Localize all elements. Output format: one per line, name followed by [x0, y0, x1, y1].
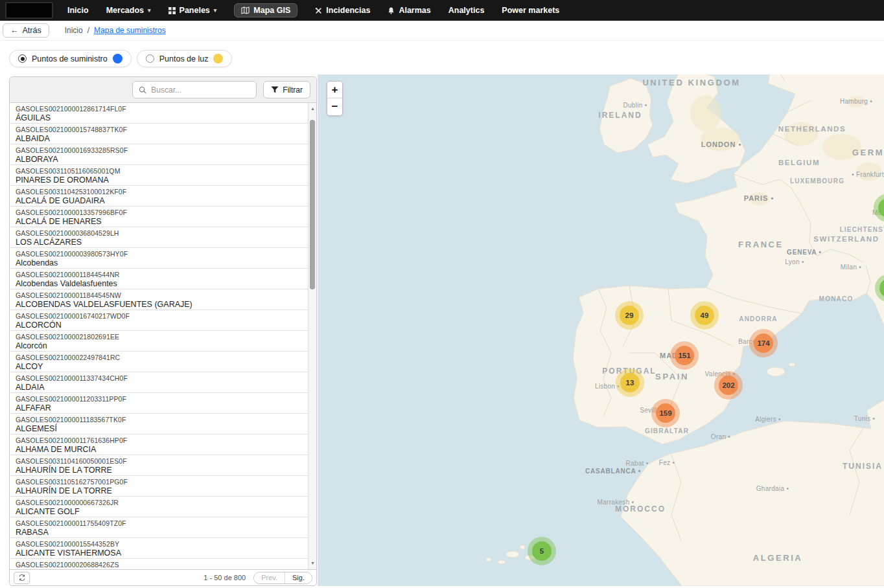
cluster-marker[interactable]: 5 [528, 537, 556, 565]
list-item[interactable]: GASOLES0021000011844544NRAlcobendas Vald… [10, 269, 308, 289]
zoom-out-button[interactable]: − [327, 98, 342, 115]
list-item-name: ALICANTE GOLF [16, 507, 302, 517]
cluster-marker[interactable]: 174 [749, 329, 778, 357]
list-item-name: ALHAMA DE MURCIA [16, 445, 302, 455]
layer-toggle-puntos-de-suministro[interactable]: Puntos de suministro [9, 50, 132, 67]
nav-item-mapa-gis[interactable]: Mapa GIS [234, 3, 297, 17]
list-item[interactable]: GASOLES0031105162757001PG0FALHAURÍN DE L… [10, 476, 308, 497]
filter-button[interactable]: Filtrar [263, 81, 310, 98]
nav-item-alarmas[interactable]: Alarmas [388, 6, 430, 15]
list-item-code: GASOLES0021000022497841RC [16, 353, 302, 362]
nav-item-analytics[interactable]: Analytics [448, 6, 485, 15]
tools-icon [315, 7, 322, 14]
list-item[interactable]: GASOLES0021000013357996BF0FALCALÁ DE HEN… [10, 207, 308, 227]
sync-icon [18, 574, 26, 581]
cluster-marker[interactable]: 49 [690, 301, 719, 330]
list-item-name: ALBORAYA [16, 155, 302, 164]
breadcrumb-row: ← Atrás Inicio / Mapa de suministros [0, 21, 884, 41]
list-item[interactable]: GASOLES0021000011755409TZ0FRABASA [10, 517, 308, 538]
layer-toggle-puntos-de-luz[interactable]: Puntos de luz [137, 50, 233, 67]
nav-item-label: Inicio [67, 6, 89, 15]
nav-item-mercados[interactable]: Mercados▾ [106, 6, 151, 15]
layer-toggle-label: Puntos de suministro [32, 54, 108, 63]
nav-item-incidencias[interactable]: Incidencias [315, 6, 370, 15]
cluster-marker[interactable] [874, 194, 884, 222]
list-item[interactable]: GASOLES0021000000667326JRALICANTE GOLF [10, 497, 308, 517]
back-arrow-icon: ← [10, 26, 19, 35]
list-item-name: ÁGUILAS [16, 113, 302, 123]
list-item-code: GASOLES0021000011844545NW [16, 291, 302, 300]
cluster-marker[interactable]: 151 [670, 341, 699, 370]
list-item[interactable]: GASOLES0021000011183567TK0FALGEMESÍ [10, 414, 308, 435]
pagination-range: 1 - 50 de 800 [204, 574, 246, 582]
list-item-code: GASOLES0021000011755409TZ0F [16, 519, 302, 528]
top-navbar: InicioMercados▾Paneles▾Mapa GISIncidenci… [0, 0, 884, 21]
chevron-down-icon: ▾ [214, 7, 217, 14]
cluster-count: 159 [656, 403, 675, 423]
layer-color-dot [113, 54, 122, 63]
list-item-code: GASOLES0021000013357996BF0F [16, 208, 302, 217]
list-item-name: ALGEMESÍ [16, 424, 302, 434]
breadcrumb-home[interactable]: Inicio [65, 26, 83, 35]
list-item-name: LOS ALCÁZARES [16, 238, 302, 247]
list-item[interactable]: GASOLES0021000011844545NWALCOBENDAS VALD… [10, 289, 308, 310]
sync-button[interactable] [14, 572, 30, 584]
list-item[interactable]: GASOLES0021000036804529LHLOS ALCÁZARES [10, 227, 308, 248]
list-item-name: ALCALÁ DE HENARES [16, 217, 302, 227]
nav-items: InicioMercados▾Paneles▾Mapa GISIncidenci… [67, 3, 559, 17]
nav-item-power-markets[interactable]: Power markets [502, 6, 559, 15]
filter-label: Filtrar [283, 85, 303, 95]
list-item-name: RABASA [16, 528, 302, 537]
list-item-name: ALBAIDA [16, 134, 302, 144]
cluster-marker[interactable]: 202 [714, 371, 743, 400]
next-page-button[interactable]: Sig. [285, 572, 312, 583]
list-item-code: GASOLES0021000011844544NR [16, 270, 302, 279]
list-item[interactable]: GASOLES0021000022497841RCALCOY [10, 352, 308, 372]
prev-page-button[interactable]: Prev. [254, 572, 285, 583]
list-item[interactable]: GASOLES0021000003980573HY0FAlcobendas [10, 248, 308, 269]
panel-footer: 1 - 50 de 800 Prev. Sig. [10, 569, 316, 585]
list-item[interactable]: GASOLES0031104160050001ES0FALHAURÍN DE L… [10, 455, 308, 476]
cluster-marker[interactable]: 13 [616, 368, 644, 397]
scrollbar-thumb[interactable] [310, 120, 315, 289]
list-item[interactable]: GASOLES0021000011203311PP0FALFAFAR [10, 393, 308, 414]
cluster-marker[interactable] [875, 274, 884, 302]
cluster-marker[interactable]: 159 [651, 399, 680, 427]
gis-map[interactable]: UNITED KINGDOMDublin •IRELANDHamburg •NE… [318, 74, 884, 586]
list-item[interactable]: GASOLES0021000016933285RS0FALBORAYA [10, 144, 308, 165]
search-box [132, 81, 257, 98]
list-item[interactable]: GASOLES0021000015544352BYALICANTE VISTAH… [10, 538, 308, 559]
list-item-partial[interactable]: GASOLES0021000020688426ZS [10, 559, 308, 569]
layer-toggle-label: Puntos de luz [159, 54, 209, 63]
list-item[interactable]: GASOLES0031104253100012KF0FALCALÁ DE GUA… [10, 186, 308, 207]
breadcrumb-current-link[interactable]: Mapa de suministros [94, 26, 166, 35]
list-item[interactable]: GASOLES0021000012861714FL0FÁGUILAS [10, 103, 308, 124]
list-item[interactable]: GASOLES0021000021802691EEAlcorcón [10, 331, 308, 352]
supply-points-panel: Filtrar GASOLES0021000012861714FL0FÁGUIL… [9, 76, 317, 586]
zoom-in-button[interactable]: + [327, 82, 342, 98]
nav-item-label: Power markets [502, 6, 559, 15]
cluster-marker[interactable]: 29 [615, 301, 644, 330]
cluster-count [879, 278, 884, 298]
list-item-name: ALCOBENDAS VALDELASFUENTES (GARAJE) [16, 300, 302, 310]
cluster-count: 174 [754, 334, 773, 353]
map-zoom-control: + − [327, 81, 343, 116]
list-item[interactable]: GASOLES0021000015748837TK0FALBAIDA [10, 124, 308, 144]
search-input[interactable] [151, 85, 250, 95]
list-item[interactable]: GASOLES0031105116065001QMPINARES DE OROM… [10, 165, 308, 186]
scroll-up-icon[interactable]: ▲ [308, 104, 316, 113]
scroll-down-icon[interactable]: ▼ [308, 559, 316, 568]
breadcrumb-separator: / [87, 26, 89, 35]
list-item[interactable]: GASOLES0021000011761636HP0FALHAMA DE MUR… [10, 435, 308, 455]
list-scrollbar[interactable]: ▲ ▼ [308, 103, 316, 569]
list-item-name: Alcobendas Valdelasfuentes [16, 279, 302, 289]
list-item[interactable]: GASOLES0021000016740217WD0FALCORCÓN [10, 310, 308, 331]
list-item-code: GASOLES0021000015748837TK0F [16, 125, 302, 134]
list-item[interactable]: GASOLES0021000011337434CH0FALDAIA [10, 372, 308, 393]
nav-item-paneles[interactable]: Paneles▾ [169, 6, 217, 15]
cluster-count: 29 [620, 306, 639, 325]
list-item-name: ALDAIA [16, 383, 302, 392]
back-button[interactable]: ← Atrás [3, 23, 49, 38]
list-item-code: GASOLES0021000003980573HY0F [16, 249, 302, 258]
nav-item-inicio[interactable]: Inicio [67, 6, 89, 15]
